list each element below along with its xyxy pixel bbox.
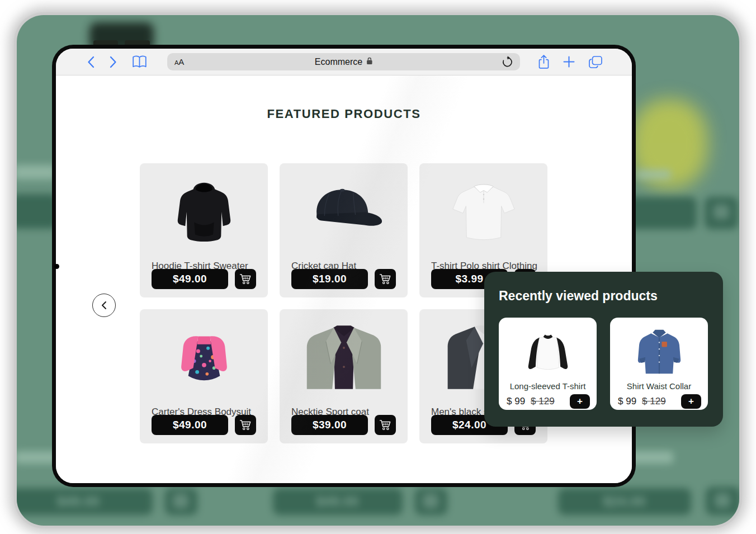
share-icon[interactable] — [538, 55, 549, 69]
product-image-raglan-tee — [499, 318, 597, 377]
blurred-text — [17, 165, 57, 179]
back-icon[interactable] — [87, 56, 94, 68]
add-product-button[interactable]: + — [681, 394, 701, 409]
price-old: $ 129 — [531, 396, 555, 407]
blurred-cart-button — [705, 197, 738, 229]
product-image-hoodie — [140, 163, 268, 254]
recently-viewed-title: Recently viewed products — [499, 289, 708, 303]
recently-viewed-panel: Recently viewed products Long-sleeved T-… — [484, 272, 723, 427]
product-card: Carter's Dress Bodysuit $49.00 — [140, 309, 268, 443]
product-card: Cricket cap Hat $19.00 — [280, 163, 408, 297]
blurred-price-button: $49.00 — [17, 488, 153, 515]
tabs-icon[interactable] — [589, 56, 602, 68]
blurred-cart-button — [415, 488, 447, 515]
browser-toolbar: AA Ecommerce — [56, 49, 632, 75]
add-product-button[interactable]: + — [570, 394, 590, 409]
page-title: FEATURED PRODUCTS — [56, 107, 632, 121]
product-image-blue-shirt — [610, 318, 708, 377]
price-current: $ 99 — [507, 396, 525, 407]
blurred-price-button: $49.00 — [273, 488, 403, 515]
product-image-polo — [419, 163, 547, 254]
blurred-cart-button — [165, 488, 197, 515]
price-button[interactable]: $49.00 — [152, 269, 228, 289]
price-button[interactable]: $19.00 — [291, 269, 368, 289]
forward-icon[interactable] — [110, 56, 117, 68]
add-to-cart-button[interactable] — [235, 269, 256, 289]
product-image-dress — [140, 309, 268, 400]
product-card: Necktie Sport coat $39.00 — [280, 309, 408, 443]
price-old: $ 129 — [642, 396, 666, 407]
camera-icon — [54, 264, 59, 269]
add-to-cart-button[interactable] — [375, 415, 396, 435]
address-bar-title: Ecommerce — [315, 57, 362, 67]
add-to-cart-button[interactable] — [235, 415, 256, 435]
product-name: Long-sleeved T-shirt — [499, 381, 597, 391]
blurred-text — [636, 169, 671, 179]
cart-icon — [239, 419, 252, 431]
reader-view-button[interactable]: AA — [174, 57, 184, 67]
add-to-cart-button[interactable] — [375, 269, 396, 289]
carousel-prev-button[interactable] — [92, 294, 116, 317]
new-tab-icon[interactable] — [563, 56, 575, 68]
price-button[interactable]: $49.00 — [152, 415, 228, 435]
price-current: $ 99 — [618, 396, 636, 407]
recently-viewed-card[interactable]: Shirt Waist Collar $ 99 $ 129 + — [610, 318, 708, 410]
cart-icon — [379, 419, 391, 431]
bookmarks-icon[interactable] — [132, 55, 147, 68]
cart-icon — [239, 273, 252, 285]
recently-viewed-card[interactable]: Long-sleeved T-shirt $ 99 $ 129 + — [499, 318, 597, 410]
reload-icon[interactable] — [502, 56, 513, 68]
product-image-sport-coat — [280, 309, 408, 400]
address-bar[interactable]: AA Ecommerce — [167, 53, 520, 70]
product-card: Hoodie T-shirt Sweater $49.00 — [140, 163, 268, 297]
price-button[interactable]: $39.00 — [291, 415, 368, 435]
blurred-cart-button — [706, 487, 739, 515]
chevron-left-icon — [101, 301, 107, 310]
blurred-price-button: $24.00 — [558, 488, 691, 515]
lock-icon — [366, 57, 372, 67]
cart-icon — [379, 273, 391, 285]
product-image-cap — [280, 163, 408, 254]
product-name: Shirt Waist Collar — [610, 381, 708, 391]
